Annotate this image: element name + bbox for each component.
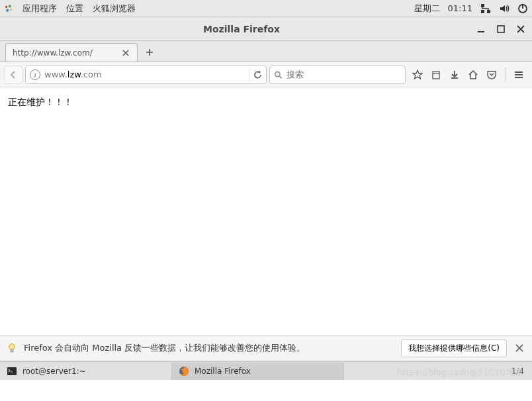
firefox-icon xyxy=(179,366,189,377)
svg-rect-8 xyxy=(522,4,523,9)
desktop-topbar: 应用程序 位置 火狐浏览器 星期二 01:11 xyxy=(0,0,532,17)
home-icon[interactable] xyxy=(464,66,482,84)
menu-applications[interactable]: 应用程序 xyxy=(22,3,57,15)
lightbulb-icon xyxy=(7,343,17,353)
svg-point-1 xyxy=(9,5,11,7)
reload-button[interactable] xyxy=(249,68,262,81)
svg-rect-6 xyxy=(487,10,490,13)
svg-rect-10 xyxy=(498,26,504,32)
maintenance-text: 正在维护！！！ xyxy=(8,97,73,107)
url-display: www.lzw.com xyxy=(44,69,245,79)
svg-point-13 xyxy=(9,344,15,350)
svg-rect-5 xyxy=(481,10,484,13)
svg-point-3 xyxy=(10,9,13,11)
task-terminal-label: root@server1:~ xyxy=(22,367,86,376)
window-titlebar: Mozilla Firefox xyxy=(0,17,532,41)
clock-time: 01:11 xyxy=(448,3,472,13)
maximize-button[interactable] xyxy=(496,24,506,34)
clock-day: 星期二 xyxy=(414,3,440,15)
svg-point-11 xyxy=(275,71,280,76)
library-icon[interactable] xyxy=(427,66,445,84)
workspace-indicator[interactable]: 1/4 xyxy=(504,367,532,376)
new-tab-button[interactable] xyxy=(140,43,159,62)
address-bar[interactable]: i www.lzw.com xyxy=(25,66,267,84)
search-icon xyxy=(274,70,283,79)
task-firefox[interactable]: Mozilla Firefox xyxy=(172,363,344,380)
terminal-icon xyxy=(7,366,17,377)
svg-rect-14 xyxy=(11,349,13,352)
search-bar[interactable] xyxy=(269,66,406,84)
os-footprint-icon xyxy=(4,4,13,13)
site-info-icon[interactable]: i xyxy=(30,69,40,80)
svg-point-2 xyxy=(6,9,9,11)
desktop-taskbar: root@server1:~ Mozilla Firefox 1/4 xyxy=(0,361,532,380)
back-button[interactable] xyxy=(4,66,22,84)
bookmark-star-icon[interactable] xyxy=(408,66,427,84)
hamburger-menu-icon[interactable] xyxy=(510,66,528,84)
svg-rect-12 xyxy=(433,71,439,79)
toolbar-separator xyxy=(505,67,506,82)
task-terminal[interactable]: root@server1:~ xyxy=(0,363,172,380)
tabstrip: http://www.lzw.com/ xyxy=(0,41,532,62)
volume-icon[interactable] xyxy=(499,3,510,14)
svg-point-0 xyxy=(5,5,8,8)
downloads-icon[interactable] xyxy=(445,66,464,84)
power-icon[interactable] xyxy=(517,3,528,14)
tab-title: http://www.lzw.com/ xyxy=(13,48,114,58)
search-input[interactable] xyxy=(287,69,401,79)
browser-tab[interactable]: http://www.lzw.com/ xyxy=(5,43,138,62)
tab-close-button[interactable] xyxy=(121,48,130,58)
close-window-button[interactable] xyxy=(516,24,525,34)
pocket-icon[interactable] xyxy=(482,66,501,84)
svg-rect-9 xyxy=(478,31,484,32)
network-wired-icon[interactable] xyxy=(480,3,491,14)
menu-places[interactable]: 位置 xyxy=(66,3,83,15)
window-title: Mozilla Firefox xyxy=(7,24,476,34)
task-firefox-label: Mozilla Firefox xyxy=(195,367,251,376)
minimize-button[interactable] xyxy=(476,24,486,34)
notification-bar: Firefox 会自动向 Mozilla 反馈一些数据，让我们能够改善您的使用体… xyxy=(0,335,532,361)
svg-rect-4 xyxy=(481,4,484,7)
notification-message: Firefox 会自动向 Mozilla 反馈一些数据，让我们能够改善您的使用体… xyxy=(24,342,394,354)
choose-data-button[interactable]: 我想选择提供哪些信息(C) xyxy=(401,339,507,357)
svg-rect-15 xyxy=(7,367,17,375)
page-content: 正在维护！！！ xyxy=(0,87,532,335)
notification-close-button[interactable] xyxy=(513,342,525,354)
navigation-toolbar: i www.lzw.com xyxy=(0,62,532,87)
menu-current-app[interactable]: 火狐浏览器 xyxy=(93,3,136,15)
